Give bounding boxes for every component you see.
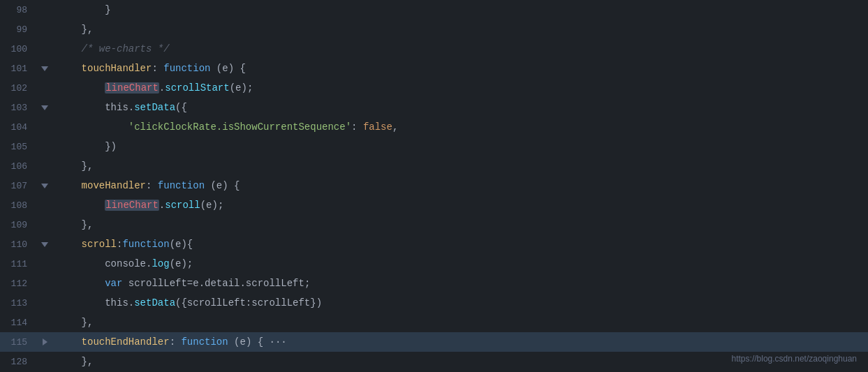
- keyword: function: [181, 336, 228, 348]
- line-content: }: [52, 0, 868, 20]
- fold-indicator[interactable]: [38, 64, 52, 73]
- line-gutter: 110: [0, 235, 52, 254]
- line-content: lineChart.scrollStart(e);: [52, 78, 868, 98]
- line-gutter: 102: [0, 78, 52, 98]
- line-content: touchEndHandler: function (e) { ···: [52, 332, 868, 352]
- line-number: 108: [0, 200, 38, 211]
- line-gutter: 104: [0, 117, 52, 137]
- line-content: this.setData({scrollLeft:scrollLeft}): [52, 293, 868, 313]
- code-line: 107 moveHandler: function (e) {: [0, 176, 868, 195]
- line-content: var scrollLeft=e.detail.scrollLeft;: [52, 274, 868, 293]
- code-text: [58, 278, 105, 289]
- line-number: 114: [0, 318, 38, 328]
- boolean-value: false: [363, 121, 392, 133]
- line-gutter: 111: [0, 254, 52, 274]
- line-number: 111: [0, 259, 38, 269]
- code-text: :: [146, 180, 158, 191]
- code-text: .: [159, 200, 165, 211]
- line-content: },: [52, 215, 868, 235]
- line-content: console.log(e);: [52, 254, 868, 274]
- line-number: 106: [0, 161, 38, 172]
- code-text: this.: [58, 102, 134, 113]
- watermark: https://blog.csdn.net/zaoqinghuan: [732, 354, 857, 364]
- fold-indicator: [38, 279, 52, 288]
- line-number: 115: [0, 337, 38, 348]
- line-content: /* we-charts */: [52, 39, 868, 59]
- line-number: 102: [0, 83, 38, 94]
- line-content: lineChart.scroll(e);: [52, 195, 868, 215]
- code-text: :: [152, 63, 163, 74]
- property-name: touchEndHandler: [58, 336, 170, 348]
- fold-indicator: [38, 357, 52, 366]
- keyword: var: [105, 278, 122, 289]
- code-line: 109 },: [0, 215, 868, 235]
- line-content: },: [52, 20, 868, 39]
- code-line: 112 var scrollLeft=e.detail.scrollLeft;: [0, 274, 868, 293]
- property-name: touchHandler: [58, 63, 152, 74]
- fold-indicator: [38, 201, 52, 209]
- code-text: ({scrollLeft:scrollLeft}): [175, 297, 322, 308]
- code-text: scrollLeft=e.detail.scrollLeft;: [122, 278, 310, 289]
- code-text: :: [351, 121, 363, 133]
- fold-indicator[interactable]: [38, 103, 52, 112]
- line-gutter: 105: [0, 137, 52, 156]
- fold-indicator: [38, 45, 52, 53]
- line-gutter: 128: [0, 352, 52, 371]
- line-gutter: 115: [0, 332, 52, 352]
- code-line: 106 },: [0, 156, 868, 176]
- fold-indicator: [38, 84, 52, 92]
- line-number: 101: [0, 64, 38, 74]
- comment-text: /* we-charts */: [58, 43, 170, 54]
- highlight-identifier: lineChart: [105, 200, 159, 211]
- code-line: 113 this.setData({scrollLeft:scrollLeft}…: [0, 293, 868, 313]
- code-line: 101 touchHandler: function (e) {: [0, 59, 868, 78]
- line-number: 110: [0, 239, 38, 250]
- line-number: 100: [0, 44, 38, 54]
- code-text: ({: [175, 102, 187, 113]
- fold-indicator[interactable]: [38, 338, 52, 346]
- line-gutter: 106: [0, 156, 52, 176]
- line-content: scroll:function(e){: [52, 235, 868, 254]
- line-content: touchHandler: function (e) {: [52, 59, 868, 78]
- line-content: 'clickClockRate.isShowCurrentSequence': …: [52, 117, 868, 137]
- code-text: },: [58, 219, 93, 230]
- function-name: scroll: [165, 200, 200, 211]
- line-gutter: 113: [0, 293, 52, 313]
- code-text: (e) {: [210, 63, 245, 74]
- fold-indicator: [38, 221, 52, 229]
- code-line: 110 scroll:function(e){: [0, 235, 868, 254]
- fold-indicator[interactable]: [38, 240, 52, 248]
- line-number: 112: [0, 278, 38, 289]
- code-text: .: [159, 82, 165, 94]
- fold-indicator: [38, 318, 52, 327]
- code-line: 115 touchEndHandler: function (e) { ···: [0, 332, 868, 352]
- line-content: moveHandler: function (e) {: [52, 176, 868, 195]
- code-text: },: [58, 356, 93, 367]
- property-name: moveHandler: [58, 180, 146, 191]
- line-content: },: [52, 313, 868, 332]
- line-gutter: 103: [0, 98, 52, 117]
- line-number: 107: [0, 181, 38, 191]
- fold-indicator: [38, 25, 52, 34]
- keyword: function: [122, 239, 169, 250]
- line-number: 113: [0, 298, 38, 308]
- line-gutter: 98: [0, 0, 52, 20]
- code-line: 104 'clickClockRate.isShowCurrentSequenc…: [0, 117, 868, 137]
- line-gutter: 109: [0, 215, 52, 235]
- keyword: function: [163, 63, 210, 74]
- fold-indicator: [38, 299, 52, 307]
- fold-indicator[interactable]: [38, 181, 52, 190]
- code-line: 100 /* we-charts */: [0, 39, 868, 59]
- code-line: 108 lineChart.scroll(e);: [0, 195, 868, 215]
- code-text: (e) {: [205, 180, 240, 191]
- fold-indicator: [38, 142, 52, 151]
- code-line: 99 },: [0, 20, 868, 39]
- code-text: (e){: [170, 239, 193, 250]
- code-text: this.: [58, 297, 134, 308]
- code-text: },: [58, 161, 93, 172]
- line-number: 104: [0, 122, 38, 133]
- function-name: log: [152, 258, 169, 269]
- line-gutter: 99: [0, 20, 52, 39]
- string-literal: 'clickClockRate.isShowCurrentSequence': [58, 121, 351, 133]
- fold-indicator: [38, 123, 52, 131]
